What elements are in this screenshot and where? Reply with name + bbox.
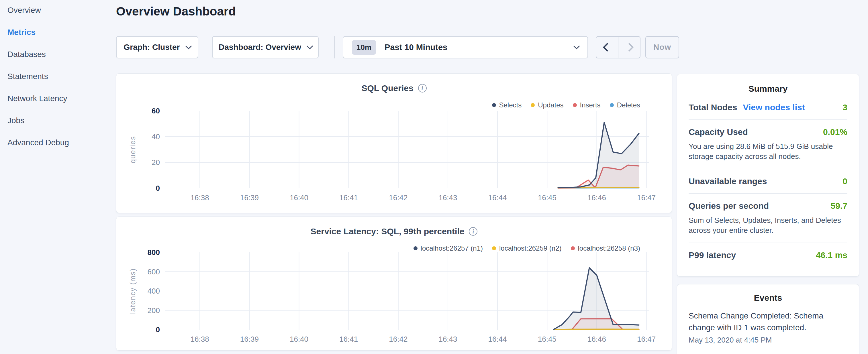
next-time-button[interactable] bbox=[618, 37, 640, 58]
svg-text:16:41: 16:41 bbox=[339, 193, 358, 202]
svg-text:16:43: 16:43 bbox=[438, 193, 457, 202]
svg-text:60: 60 bbox=[152, 107, 160, 115]
service-latency-card: Service Latency: SQL, 99th percentile i … bbox=[116, 217, 672, 351]
chevron-down-icon bbox=[307, 43, 313, 50]
legend-dot bbox=[492, 103, 496, 107]
summary-row-value: 0 bbox=[842, 176, 847, 186]
sidebar-item-metrics[interactable]: Metrics bbox=[7, 26, 115, 39]
summary-row-value: 59.7 bbox=[831, 201, 847, 211]
info-icon[interactable]: i bbox=[469, 227, 477, 236]
page-title: Overview Dashboard bbox=[116, 5, 236, 18]
service-latency-title: Service Latency: SQL, 99th percentile bbox=[311, 227, 465, 236]
svg-text:0: 0 bbox=[156, 184, 160, 192]
summary-row-label: Capacity Used bbox=[689, 127, 748, 137]
event-text: Schema Change Completed: Schema change w… bbox=[689, 310, 847, 333]
svg-text:latency (ms): latency (ms) bbox=[129, 268, 137, 314]
legend-dot bbox=[610, 103, 614, 107]
svg-text:16:40: 16:40 bbox=[290, 335, 308, 344]
sidebar: OverviewMetricsDatabasesStatementsNetwor… bbox=[0, 0, 115, 158]
svg-text:16:47: 16:47 bbox=[637, 335, 656, 344]
admin-ui-page: OverviewMetricsDatabasesStatementsNetwor… bbox=[0, 0, 868, 354]
svg-text:400: 400 bbox=[148, 287, 160, 295]
events-panel: Events Schema Change Completed: Schema c… bbox=[677, 284, 859, 354]
summary-row-p99-latency: P99 latency46.1 ms bbox=[689, 243, 847, 267]
summary-row-description: You are using 28.6 MiB of 515.9 GiB usab… bbox=[689, 141, 847, 162]
summary-row-value: 46.1 ms bbox=[816, 250, 847, 260]
svg-text:16:38: 16:38 bbox=[191, 193, 209, 202]
svg-text:queries: queries bbox=[129, 136, 137, 163]
svg-text:16:39: 16:39 bbox=[240, 335, 259, 344]
time-range-label: Past 10 Minutes bbox=[384, 43, 566, 52]
svg-text:20: 20 bbox=[152, 158, 160, 167]
sql-queries-title: SQL Queries bbox=[361, 83, 413, 93]
svg-text:16:39: 16:39 bbox=[240, 193, 259, 202]
graph-dropdown-label: Graph: Cluster bbox=[124, 43, 180, 52]
event-timestamp: May 13, 2020 at 4:45 PM bbox=[689, 336, 847, 345]
chevron-right-icon bbox=[625, 43, 633, 52]
summary-row-queries-per-second: Queries per second59.7Sum of Selects, Up… bbox=[689, 194, 847, 243]
svg-text:16:43: 16:43 bbox=[438, 335, 457, 344]
event-item[interactable]: Schema Change Completed: Schema change w… bbox=[689, 310, 847, 345]
sql-queries-chart[interactable]: 16:3816:3916:4016:4116:4216:4316:4416:45… bbox=[122, 107, 666, 205]
summary-row-label: Total Nodes bbox=[689, 102, 737, 112]
summary-rows: Total NodesView nodes list3Capacity Used… bbox=[689, 95, 847, 267]
svg-text:16:45: 16:45 bbox=[538, 335, 557, 344]
svg-text:200: 200 bbox=[148, 306, 160, 315]
sidebar-item-jobs[interactable]: Jobs bbox=[7, 114, 115, 127]
summary-row-label: Unavailable ranges bbox=[689, 176, 767, 186]
summary-row-label: Queries per second bbox=[689, 201, 769, 211]
svg-text:16:44: 16:44 bbox=[488, 335, 507, 344]
prev-time-button[interactable] bbox=[596, 37, 618, 58]
svg-text:600: 600 bbox=[148, 267, 160, 276]
svg-text:40: 40 bbox=[152, 132, 160, 141]
svg-text:0: 0 bbox=[156, 325, 160, 334]
time-range-badge: 10m bbox=[352, 40, 376, 55]
graph-dropdown[interactable]: Graph: Cluster bbox=[116, 36, 198, 58]
summary-row-value: 0.01% bbox=[823, 127, 847, 137]
toolbar-divider bbox=[334, 36, 335, 58]
sidebar-item-statements[interactable]: Statements bbox=[7, 70, 115, 83]
summary-row-unavailable-ranges: Unavailable ranges0 bbox=[689, 169, 847, 194]
summary-row-value: 3 bbox=[842, 102, 847, 112]
summary-row-label: P99 latency bbox=[689, 250, 736, 260]
sidebar-item-overview[interactable]: Overview bbox=[7, 4, 115, 17]
time-pager bbox=[596, 36, 641, 58]
chevron-left-icon bbox=[602, 43, 612, 52]
svg-text:16:40: 16:40 bbox=[290, 193, 308, 202]
dashboard-dropdown-label: Dashboard: Overview bbox=[219, 43, 301, 52]
time-range-select[interactable]: 10m Past 10 Minutes bbox=[343, 36, 588, 58]
summary-panel: Summary Total NodesView nodes list3Capac… bbox=[677, 74, 859, 277]
service-latency-chart[interactable]: 16:3816:3916:4016:4116:4216:4316:4416:45… bbox=[122, 249, 666, 346]
sidebar-item-advanced-debug[interactable]: Advanced Debug bbox=[7, 136, 115, 149]
legend-dot bbox=[531, 103, 535, 107]
svg-text:16:42: 16:42 bbox=[389, 335, 407, 344]
dashboard-dropdown[interactable]: Dashboard: Overview bbox=[212, 36, 319, 58]
svg-text:16:47: 16:47 bbox=[637, 193, 656, 202]
info-icon[interactable]: i bbox=[418, 84, 427, 93]
summary-row-capacity-used: Capacity Used0.01%You are using 28.6 MiB… bbox=[689, 120, 847, 169]
sidebar-item-network-latency[interactable]: Network Latency bbox=[7, 92, 115, 105]
now-button[interactable]: Now bbox=[645, 36, 679, 58]
summary-title: Summary bbox=[689, 84, 847, 94]
svg-text:16:41: 16:41 bbox=[339, 335, 358, 344]
svg-text:16:46: 16:46 bbox=[587, 193, 606, 202]
events-list: Schema Change Completed: Schema change w… bbox=[689, 310, 847, 345]
events-title: Events bbox=[689, 293, 847, 303]
svg-text:16:45: 16:45 bbox=[538, 193, 557, 202]
legend-dot bbox=[573, 103, 577, 107]
svg-text:16:42: 16:42 bbox=[389, 193, 407, 202]
chevron-down-icon bbox=[574, 43, 580, 50]
sidebar-item-databases[interactable]: Databases bbox=[7, 48, 115, 61]
summary-row-total-nodes: Total NodesView nodes list3 bbox=[689, 95, 847, 120]
chevron-down-icon bbox=[185, 43, 192, 50]
svg-text:800: 800 bbox=[148, 249, 160, 257]
svg-text:16:46: 16:46 bbox=[587, 335, 606, 344]
sql-queries-card: SQL Queries i SelectsUpdatesInsertsDelet… bbox=[116, 73, 672, 213]
summary-row-description: Sum of Selects, Updates, Inserts, and De… bbox=[689, 215, 847, 235]
svg-text:16:38: 16:38 bbox=[191, 335, 209, 344]
view-nodes-list-link[interactable]: View nodes list bbox=[743, 102, 805, 112]
svg-text:16:44: 16:44 bbox=[488, 193, 507, 202]
